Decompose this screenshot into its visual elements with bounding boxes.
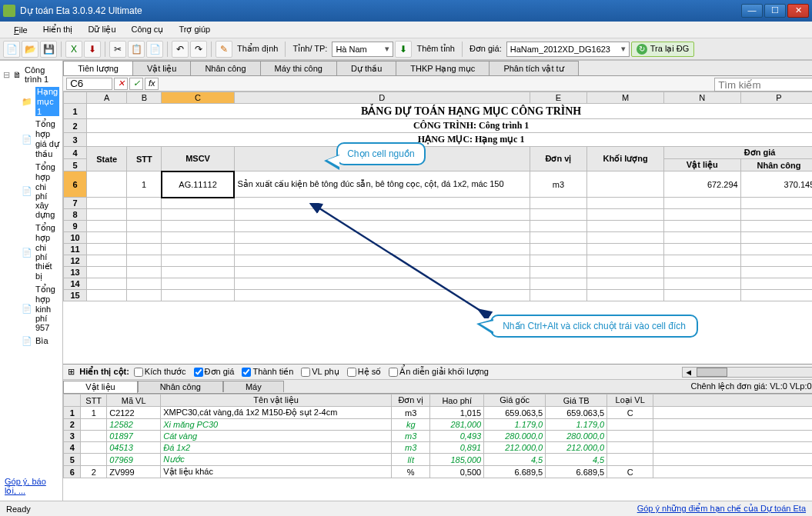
search-input[interactable] bbox=[714, 78, 812, 92]
cell-b6[interactable]: 1 bbox=[127, 171, 162, 198]
footer-link[interactable]: Góp ý những điểm hạn chế của Dự toán Eta bbox=[637, 504, 806, 514]
g2-gtb[interactable]: Giá TB bbox=[546, 394, 607, 407]
menu-congcu[interactable]: Công cụ bbox=[125, 23, 170, 36]
tab-thkp[interactable]: THKP Hạng mục bbox=[396, 61, 490, 75]
toolbar: 📄 📂 💾 X ⬇ ✂ 📋 📄 ↶ ↷ ✎ Thẩm định Tỉnh/ TP… bbox=[0, 38, 812, 60]
tra-lai-button[interactable]: ↻ Tra lại ĐG bbox=[631, 42, 695, 57]
cancel-fx-icon[interactable]: ✕ bbox=[114, 78, 128, 90]
callout-dest: Nhấn Ctrl+Alt và click chuột trái vào ce… bbox=[490, 315, 698, 338]
open-button[interactable]: 📂 bbox=[22, 41, 38, 58]
tree-root[interactable]: ⊟ 🗎 Công trình 1 bbox=[3, 64, 59, 85]
tham-dinh-label[interactable]: Thẩm định bbox=[234, 44, 281, 54]
minimize-button[interactable]: — bbox=[741, 4, 763, 18]
tree-item[interactable]: 📄Tổng hợp kinh phí 957 bbox=[3, 283, 59, 334]
col-d[interactable]: D bbox=[234, 92, 530, 104]
horizontal-scrollbar[interactable]: ◄ ► bbox=[682, 367, 812, 378]
g2-stt[interactable]: STT bbox=[81, 394, 107, 407]
cell-a6[interactable] bbox=[87, 171, 127, 198]
tree-item[interactable]: 📁Hạng mục 1 bbox=[3, 85, 59, 118]
col-b[interactable]: B bbox=[127, 92, 162, 104]
feedback-link[interactable]: Góp ý, báo lỗi, ... bbox=[5, 477, 46, 495]
them-tinh-icon[interactable]: ⬇ bbox=[395, 41, 412, 58]
status-ready: Ready bbox=[6, 504, 31, 514]
hdr-dongia: Đơn giá bbox=[663, 147, 812, 159]
checkbox-option[interactable]: Đơn giá bbox=[194, 367, 235, 377]
table-row[interactable]: 404513Đá 1x2m30,891212.000,0212.000,0 bbox=[64, 442, 812, 454]
cell-p6[interactable]: 370.145 bbox=[740, 171, 812, 198]
excel-icon[interactable]: X bbox=[65, 41, 82, 58]
table-row[interactable]: 62ZV999Vật liệu khác%0,5006.689,56.689,5… bbox=[64, 466, 812, 478]
close-button[interactable]: ✕ bbox=[787, 4, 809, 18]
g2-ma[interactable]: Mã VL bbox=[107, 394, 161, 407]
expand-icon[interactable]: ⊞ bbox=[68, 367, 75, 377]
tree-item[interactable]: 📄Tổng hợp chi phí xây dựng bbox=[3, 161, 59, 221]
subtab-may[interactable]: Máy bbox=[223, 381, 284, 392]
checkbox-option[interactable]: VL phụ bbox=[301, 367, 339, 377]
fx-icon[interactable]: fx bbox=[145, 78, 159, 90]
g2-ten[interactable]: Tên vật liệu bbox=[161, 394, 392, 407]
g2-loai[interactable]: Loại VL bbox=[607, 394, 653, 407]
tab-phan-tich[interactable]: Phân tích vật tư bbox=[489, 61, 578, 75]
project-tree[interactable]: ⊟ 🗎 Công trình 1 📁Hạng mục 1📄Tổng hợp gi… bbox=[0, 61, 62, 472]
g2-dv[interactable]: Đơn vị bbox=[392, 394, 430, 407]
table-row[interactable]: 212582Xi măng PC30kg281,0001.179,01.179,… bbox=[64, 419, 812, 431]
checkbox-option[interactable]: Hệ số bbox=[347, 367, 382, 377]
table-row[interactable]: 507969Nướclít185,0004,54,5 bbox=[64, 454, 812, 466]
menu-file[interactable]: File bbox=[8, 24, 34, 36]
subtab-nhan-cong[interactable]: Nhân công bbox=[138, 381, 223, 392]
cell-n6[interactable]: 672.294 bbox=[663, 171, 740, 198]
tree-item-icon: 📄 bbox=[22, 303, 32, 314]
hdr-donvi: Đơn vị bbox=[530, 147, 587, 171]
menu-dulieu[interactable]: Dữ liệu bbox=[82, 23, 122, 36]
them-tinh-label[interactable]: Thêm tỉnh bbox=[413, 44, 457, 54]
g2-hp[interactable]: Hao phí bbox=[430, 394, 484, 407]
material-grid[interactable]: STT Mã VL Tên vật liệu Đơn vị Hao phí Gi… bbox=[63, 394, 812, 501]
cell-c6-selected[interactable]: AG.11112 bbox=[162, 171, 235, 198]
cell-m6[interactable] bbox=[587, 171, 664, 198]
maximize-button[interactable]: ☐ bbox=[764, 4, 786, 18]
hdr-kl: Khối lượng bbox=[587, 147, 664, 171]
tree-item[interactable]: 📄Bìa bbox=[3, 334, 59, 348]
col-c[interactable]: C bbox=[162, 92, 235, 104]
col-e[interactable]: E bbox=[530, 92, 587, 104]
col-n[interactable]: N bbox=[663, 92, 740, 104]
tab-du-thau[interactable]: Dự thầu bbox=[336, 61, 396, 75]
cut-button[interactable]: ✂ bbox=[109, 41, 126, 58]
g2-extra[interactable] bbox=[653, 394, 812, 407]
tab-may[interactable]: Máy thi công bbox=[260, 61, 337, 75]
g2-gg[interactable]: Giá gốc bbox=[484, 394, 546, 407]
menu-trogiup[interactable]: Trợ giúp bbox=[172, 23, 216, 36]
new-file-button[interactable]: 📄 bbox=[3, 41, 20, 58]
collapse-icon[interactable]: ⊟ bbox=[3, 70, 10, 80]
save-button[interactable]: 💾 bbox=[40, 41, 57, 58]
undo-button[interactable]: ↶ bbox=[172, 41, 189, 58]
tree-item[interactable]: 📄Tổng hợp chi phí thiết bị bbox=[3, 221, 59, 283]
tham-dinh-icon[interactable]: ✎ bbox=[216, 41, 232, 58]
cell-e6[interactable]: m3 bbox=[530, 171, 587, 198]
tab-nhan-cong[interactable]: Nhân công bbox=[190, 61, 260, 75]
table-row[interactable]: 301897Cát vàngm30,493280.000,0280.000,0 bbox=[64, 431, 812, 442]
tinh-select[interactable]: Hà Nam bbox=[332, 42, 393, 57]
col-a[interactable]: A bbox=[87, 92, 127, 104]
table-row[interactable]: 11C2122XMPC30,cát vàng,đá 1x2 M150-Độ sụ… bbox=[64, 407, 812, 419]
col-m[interactable]: M bbox=[587, 92, 664, 104]
checkbox-option[interactable]: Ẩn diễn giải khối lượng bbox=[389, 367, 489, 377]
tree-item[interactable]: 📄Tổng hợp giá dự thầu bbox=[3, 118, 59, 161]
export-icon[interactable]: ⬇ bbox=[84, 41, 101, 58]
tab-vat-lieu[interactable]: Vật liệu bbox=[132, 61, 191, 75]
menu-hienthi[interactable]: Hiển thị bbox=[37, 23, 79, 36]
checkbox-option[interactable]: Kích thước bbox=[134, 367, 186, 377]
paste-button[interactable]: 📄 bbox=[146, 41, 163, 58]
copy-button[interactable]: 📋 bbox=[128, 41, 145, 58]
col-p[interactable]: P bbox=[740, 92, 812, 104]
cell-d6[interactable]: Sản xuất cấu kiện bê tông đúc sẵn, bê tô… bbox=[234, 171, 530, 198]
tab-tien-luong[interactable]: Tiên lượng bbox=[63, 61, 133, 75]
checkbox-option[interactable]: Thành tiền bbox=[242, 367, 293, 377]
subtab-vat-lieu[interactable]: Vật liệu bbox=[63, 381, 137, 393]
redo-button[interactable]: ↷ bbox=[190, 41, 207, 58]
don-gia-select[interactable]: HaNam_2012XD_DG1623 bbox=[506, 42, 630, 57]
cell-reference-input[interactable] bbox=[66, 78, 112, 90]
corner-cell[interactable] bbox=[64, 92, 87, 104]
main-grid[interactable]: A B C D E M N P Q 1BẢNG DỰ TOÁN HẠNG MỤC… bbox=[63, 92, 812, 365]
accept-fx-icon[interactable]: ✓ bbox=[129, 78, 143, 90]
